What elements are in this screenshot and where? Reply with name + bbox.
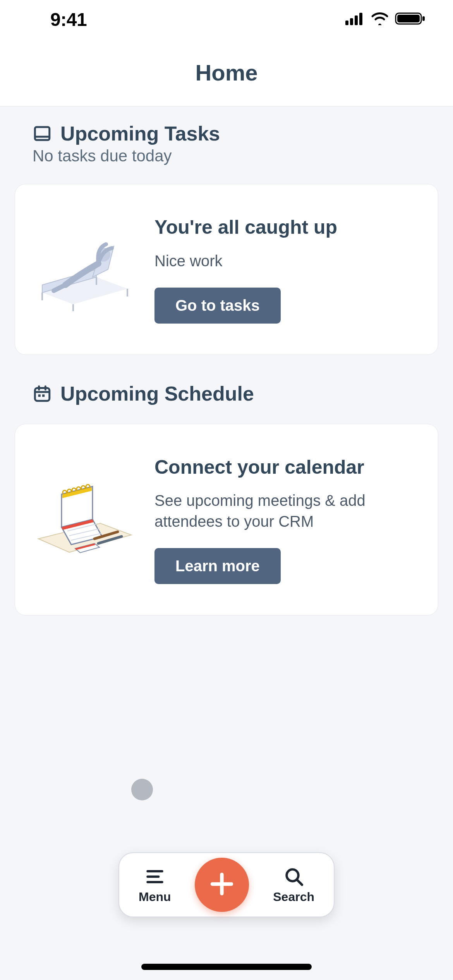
cellular-signal-icon: [345, 12, 365, 27]
schedule-card-title: Connect your calendar: [154, 455, 415, 480]
home-indicator: [141, 964, 312, 970]
go-to-tasks-button[interactable]: Go to tasks: [154, 288, 281, 324]
tasks-card-title: You're all caught up: [154, 215, 415, 240]
plus-icon: [208, 870, 236, 900]
schedule-section-title: Upcoming Schedule: [60, 382, 254, 405]
status-time: 9:41: [50, 9, 87, 30]
svg-rect-22: [42, 394, 45, 397]
menu-label: Menu: [139, 890, 171, 904]
svg-rect-1: [350, 18, 353, 25]
learn-more-button[interactable]: Learn more: [154, 548, 281, 584]
menu-icon: [144, 866, 166, 887]
bottom-bar: Menu Search: [118, 852, 335, 917]
tasks-card: You're all caught up Nice work Go to tas…: [15, 184, 438, 355]
svg-point-35: [86, 485, 90, 488]
page-indicator-dot: [131, 779, 153, 800]
schedule-card-text: See upcoming meetings & add attendees to…: [154, 490, 415, 532]
tasks-section-header: Upcoming Tasks: [15, 122, 438, 145]
svg-rect-7: [35, 127, 50, 140]
svg-point-34: [81, 486, 85, 490]
search-button[interactable]: Search: [273, 866, 314, 904]
status-bar: 9:41: [0, 0, 453, 39]
schedule-section-header: Upcoming Schedule: [15, 382, 438, 405]
status-indicators: [345, 12, 426, 27]
desk-calendar-illustration: [31, 473, 139, 566]
svg-rect-0: [345, 21, 348, 25]
svg-point-32: [72, 488, 76, 492]
search-label: Search: [273, 890, 314, 904]
page-title: Home: [195, 60, 257, 86]
relaxing-person-illustration: [31, 223, 139, 316]
schedule-card-body: Connect your calendar See upcoming meeti…: [154, 455, 415, 584]
nav-bar: Home: [0, 39, 453, 106]
svg-rect-3: [359, 13, 362, 25]
tasks-section-subtitle: No tasks due today: [15, 147, 438, 165]
upcoming-schedule-section: Upcoming Schedule: [15, 382, 438, 616]
tasks-section-title: Upcoming Tasks: [60, 122, 220, 145]
tasks-card-body: You're all caught up Nice work Go to tas…: [154, 215, 415, 324]
battery-icon: [395, 12, 426, 27]
svg-point-30: [63, 490, 67, 494]
svg-line-47: [297, 880, 302, 885]
svg-point-31: [67, 489, 71, 493]
calendar-icon: [33, 384, 52, 403]
add-button[interactable]: [195, 858, 249, 912]
main-content: Upcoming Tasks No tasks due today: [0, 106, 453, 615]
tasks-card-text: Nice work: [154, 250, 415, 271]
svg-point-33: [77, 487, 81, 491]
svg-rect-5: [397, 15, 420, 22]
schedule-card: Connect your calendar See upcoming meeti…: [15, 424, 438, 616]
tasks-icon: [33, 124, 52, 143]
menu-button[interactable]: Menu: [139, 866, 171, 904]
upcoming-tasks-section: Upcoming Tasks No tasks due today: [15, 122, 438, 355]
svg-rect-6: [422, 16, 425, 21]
svg-rect-21: [38, 394, 41, 397]
wifi-icon: [371, 12, 389, 27]
svg-rect-2: [355, 15, 358, 25]
search-icon: [283, 866, 305, 887]
